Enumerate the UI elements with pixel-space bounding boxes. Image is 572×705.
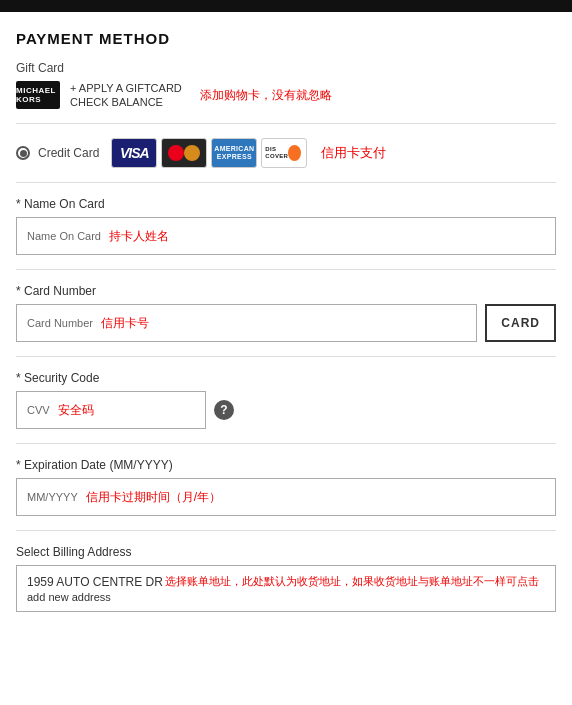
card-number-row: Card Number 信用卡号 CARD [16, 304, 556, 342]
card-number-input-container[interactable]: Card Number 信用卡号 [16, 304, 477, 342]
name-on-card-input-container[interactable]: Name On Card 持卡人姓名 [16, 217, 556, 255]
section-title: PAYMENT METHOD [16, 30, 556, 47]
cvv-input-container[interactable]: CVV 安全码 [16, 391, 206, 429]
cvv-placeholder: 安全码 [58, 402, 94, 419]
credit-card-label: Credit Card [38, 146, 99, 160]
apply-giftcard-link[interactable]: + APPLY A GIFTCARD [70, 82, 182, 94]
divider-5 [16, 443, 556, 444]
card-logos: VISA AMERICANEXPRESS DISCOVER [111, 138, 307, 168]
check-balance-link[interactable]: CHECK BALANCE [70, 96, 182, 108]
name-on-card-label: * Name On Card [16, 197, 556, 211]
amex-logo: AMERICANEXPRESS [211, 138, 257, 168]
gift-card-label: Gift Card [16, 61, 556, 75]
billing-address-text: 1959 AUTO CENTRE DR [27, 575, 163, 589]
mastercard-logo [161, 138, 207, 168]
help-icon[interactable]: ? [214, 400, 234, 420]
security-code-label: * Security Code [16, 371, 556, 385]
card-number-label: * Card Number [16, 284, 556, 298]
mk-logo: MICHAEL KORS [16, 81, 60, 109]
name-on-card-placeholder: 持卡人姓名 [109, 228, 169, 245]
billing-address-box[interactable]: 1959 AUTO CENTRE DR 选择账单地址，此处默认为收货地址，如果收… [16, 565, 556, 612]
cn-pay-text: 信用卡支付 [321, 144, 386, 162]
billing-hint-text: 选择账单地址，此处默认为收货地址，如果收货地址与账单地址不一样可点击 [165, 574, 539, 589]
security-code-section: * Security Code CVV 安全码 ? [16, 371, 556, 429]
card-number-section: * Card Number Card Number 信用卡号 CARD [16, 284, 556, 342]
card-button[interactable]: CARD [485, 304, 556, 342]
mc-right-circle [184, 145, 200, 161]
card-number-sublabel: Card Number [27, 317, 93, 329]
cvv-row: CVV 安全码 ? [16, 391, 556, 429]
credit-card-radio[interactable] [16, 146, 30, 160]
billing-add-link[interactable]: add new address [27, 591, 111, 603]
mc-left-circle [168, 145, 184, 161]
top-bar [0, 0, 572, 12]
divider-4 [16, 356, 556, 357]
billing-address-section: Select Billing Address 1959 AUTO CENTRE … [16, 545, 556, 612]
name-on-card-sublabel: Name On Card [27, 230, 101, 242]
visa-logo: VISA [111, 138, 157, 168]
payment-container: PAYMENT METHOD Gift Card MICHAEL KORS + … [0, 12, 572, 642]
expiration-date-input-container[interactable]: MM/YYYY 信用卡过期时间（月/年） [16, 478, 556, 516]
credit-card-section: Credit Card VISA AMERICANEXPRESS DISCOVE… [16, 138, 556, 168]
disc-circle [288, 145, 301, 161]
discover-logo: DISCOVER [261, 138, 307, 168]
gift-ignore-text: 添加购物卡，没有就忽略 [200, 87, 332, 104]
expiration-date-placeholder: 信用卡过期时间（月/年） [86, 489, 221, 506]
expiration-date-label: * Expiration Date (MM/YYYY) [16, 458, 556, 472]
divider-1 [16, 123, 556, 124]
expiration-date-section: * Expiration Date (MM/YYYY) MM/YYYY 信用卡过… [16, 458, 556, 516]
expiration-date-sublabel: MM/YYYY [27, 491, 78, 503]
gift-card-row: MICHAEL KORS + APPLY A GIFTCARD CHECK BA… [16, 81, 556, 109]
divider-2 [16, 182, 556, 183]
name-on-card-section: * Name On Card Name On Card 持卡人姓名 [16, 197, 556, 255]
divider-3 [16, 269, 556, 270]
cvv-sublabel: CVV [27, 404, 50, 416]
gift-card-links: + APPLY A GIFTCARD CHECK BALANCE [70, 82, 182, 108]
card-number-placeholder: 信用卡号 [101, 315, 149, 332]
billing-address-label: Select Billing Address [16, 545, 556, 559]
credit-card-header: Credit Card VISA AMERICANEXPRESS DISCOVE… [16, 138, 556, 168]
divider-6 [16, 530, 556, 531]
gift-card-section: Gift Card MICHAEL KORS + APPLY A GIFTCAR… [16, 61, 556, 109]
